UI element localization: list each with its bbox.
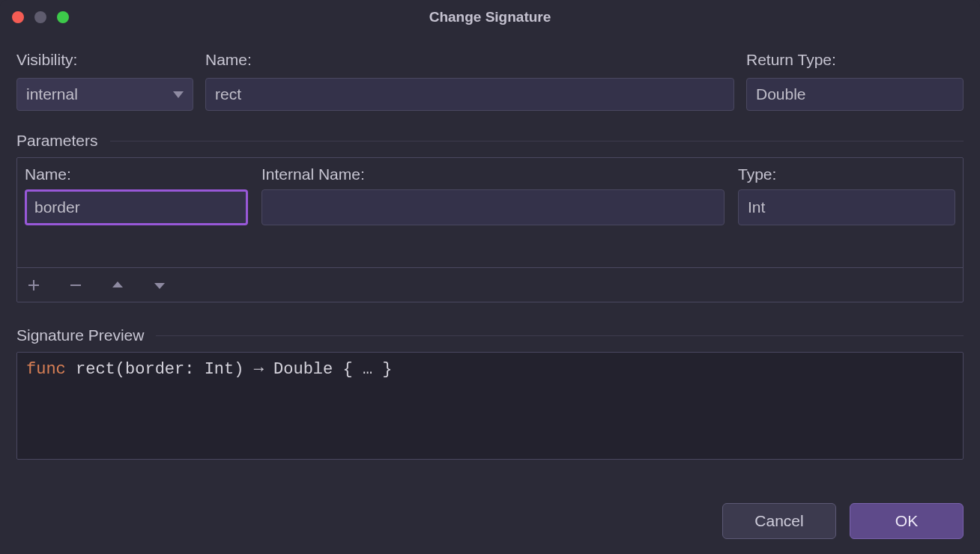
param-name-label: Name: xyxy=(25,165,248,183)
preview-keyword: func xyxy=(26,360,66,379)
svg-rect-0 xyxy=(70,284,81,286)
down-icon xyxy=(153,278,166,292)
preview-heading: Signature Preview xyxy=(16,326,144,344)
param-type-col: Type: xyxy=(738,165,955,225)
dialog-title: Change Signature xyxy=(0,9,980,25)
parameters-heading: Parameters xyxy=(16,132,98,150)
up-icon xyxy=(111,278,124,292)
chevron-down-icon xyxy=(173,91,184,98)
param-internal-input-wrapper xyxy=(261,189,725,225)
parameter-row: Name: Internal Name: Type: xyxy=(25,165,955,225)
dialog-buttons: Cancel OK xyxy=(16,488,964,539)
close-window-icon[interactable] xyxy=(12,11,24,23)
param-type-input[interactable] xyxy=(748,190,946,225)
return-type-input-wrapper xyxy=(746,78,964,111)
param-name-input[interactable] xyxy=(34,192,238,223)
move-parameter-up-button[interactable] xyxy=(107,275,128,296)
visibility-field-group: Visibility: internal xyxy=(16,51,193,111)
remove-icon xyxy=(69,278,82,292)
signature-fields-row: Visibility: internal Name: Return Type: xyxy=(16,51,964,111)
return-type-label: Return Type: xyxy=(746,51,964,69)
move-parameter-down-button[interactable] xyxy=(149,275,170,296)
param-name-col: Name: xyxy=(25,165,248,225)
preview-section-head: Signature Preview xyxy=(16,326,964,344)
name-input-wrapper xyxy=(205,78,734,111)
add-parameter-button[interactable] xyxy=(23,275,44,296)
titlebar: Change Signature xyxy=(0,0,980,34)
signature-preview: func rect(border: Int) → Double { … } xyxy=(16,352,964,460)
param-internal-col: Internal Name: xyxy=(261,165,725,225)
param-type-label: Type: xyxy=(738,165,955,183)
change-signature-dialog: Change Signature Visibility: internal Na… xyxy=(0,0,980,554)
return-type-field-group: Return Type: xyxy=(746,51,964,111)
dialog-content: Visibility: internal Name: Return Type: xyxy=(0,34,980,554)
param-internal-input[interactable] xyxy=(271,190,715,225)
ok-button[interactable]: OK xyxy=(850,503,964,539)
name-label: Name: xyxy=(205,51,734,69)
section-rule xyxy=(156,335,964,336)
param-type-input-wrapper xyxy=(738,189,955,225)
return-type-input[interactable] xyxy=(756,79,954,110)
visibility-value: internal xyxy=(26,85,78,103)
window-controls xyxy=(12,11,69,23)
add-icon xyxy=(27,278,40,292)
parameters-toolbar xyxy=(17,267,963,302)
parameters-panel: Name: Internal Name: Type: xyxy=(16,157,964,302)
minimize-window-icon[interactable] xyxy=(34,11,46,23)
cancel-button[interactable]: Cancel xyxy=(722,503,836,539)
parameters-spacer xyxy=(25,225,955,267)
preview-rest: rect(border: Int) → Double { … } xyxy=(66,360,393,379)
parameters-section-head: Parameters xyxy=(16,132,964,150)
section-rule xyxy=(110,141,964,141)
name-field-group: Name: xyxy=(205,51,734,111)
param-name-input-wrapper xyxy=(25,189,248,225)
visibility-select[interactable]: internal xyxy=(16,78,193,111)
name-input[interactable] xyxy=(215,79,725,110)
maximize-window-icon[interactable] xyxy=(57,11,69,23)
visibility-label: Visibility: xyxy=(16,51,193,69)
param-internal-label: Internal Name: xyxy=(261,165,725,183)
remove-parameter-button[interactable] xyxy=(65,275,86,296)
